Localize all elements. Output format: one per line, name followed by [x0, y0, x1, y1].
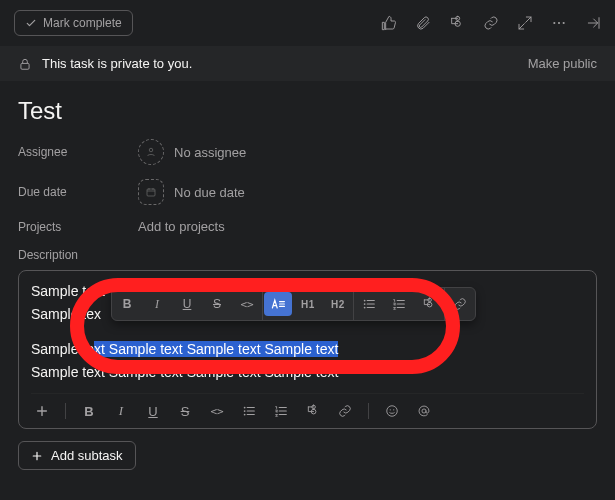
format-link-button[interactable]	[445, 287, 475, 321]
check-icon	[25, 17, 37, 29]
link-icon[interactable]	[483, 15, 499, 31]
svg-point-13	[390, 409, 391, 410]
description-editor[interactable]: Sample text Sample tex Sample text Sampl…	[18, 270, 597, 429]
bottom-mention-button[interactable]	[415, 402, 433, 420]
projects-label: Projects	[18, 220, 118, 234]
assignee-value[interactable]: No assignee	[138, 139, 246, 165]
topbar-actions	[381, 15, 601, 31]
task-top-toolbar: Mark complete	[0, 0, 615, 46]
svg-point-4	[149, 148, 153, 152]
expand-icon[interactable]	[517, 15, 533, 31]
close-panel-icon[interactable]	[585, 15, 601, 31]
bottom-underline-button[interactable]: U	[144, 402, 162, 420]
svg-point-1	[558, 22, 560, 24]
mark-complete-label: Mark complete	[43, 16, 122, 30]
description-bottom-toolbar: B I U S <>	[31, 393, 584, 422]
svg-point-10	[244, 410, 246, 412]
projects-row: Projects Add to projects	[18, 219, 597, 234]
add-subtask-button[interactable]: Add subtask	[18, 441, 136, 470]
floating-format-toolbar: B I U S <> H1 H2	[111, 287, 476, 321]
format-indent-button[interactable]	[414, 287, 444, 321]
svg-point-11	[244, 414, 246, 416]
task-title[interactable]: Test	[18, 97, 597, 125]
format-bold-button[interactable]: B	[112, 287, 142, 321]
svg-rect-5	[147, 189, 155, 196]
svg-point-9	[244, 407, 246, 409]
calendar-icon	[138, 179, 164, 205]
assignee-label: Assignee	[18, 145, 118, 159]
format-h1-button[interactable]: H1	[293, 287, 323, 321]
more-icon[interactable]	[551, 15, 567, 31]
toolbar-separator	[368, 403, 369, 419]
selected-text: xt Sample text Sample text Sample text	[94, 341, 338, 357]
assignee-text: No assignee	[174, 145, 246, 160]
person-icon	[138, 139, 164, 165]
bottom-link-button[interactable]	[336, 402, 354, 420]
format-paragraph-button[interactable]	[263, 287, 293, 321]
due-date-row: Due date No due date	[18, 179, 597, 205]
svg-point-12	[387, 406, 398, 417]
svg-point-6	[364, 300, 366, 302]
format-italic-button[interactable]: I	[142, 287, 172, 321]
svg-point-2	[563, 22, 565, 24]
desc-line-1: Sample text	[31, 283, 105, 299]
due-date-label: Due date	[18, 185, 118, 199]
subtask-icon[interactable]	[449, 15, 465, 31]
svg-point-0	[553, 22, 555, 24]
bottom-bold-button[interactable]: B	[80, 402, 98, 420]
format-number-list-button[interactable]	[384, 287, 414, 321]
add-to-projects-button[interactable]: Add to projects	[138, 219, 225, 234]
toolbar-separator	[65, 403, 66, 419]
format-h2-button[interactable]: H2	[323, 287, 353, 321]
insert-block-button[interactable]	[33, 402, 51, 420]
mark-complete-button[interactable]: Mark complete	[14, 10, 133, 36]
lock-icon	[18, 57, 32, 71]
bottom-code-button[interactable]: <>	[208, 402, 226, 420]
desc-line-4: Sample text Sample text Sample text Samp…	[31, 364, 338, 380]
svg-point-15	[422, 409, 426, 413]
task-content: Test Assignee No assignee Due date No du…	[0, 81, 615, 480]
like-icon[interactable]	[381, 15, 397, 31]
svg-rect-3	[21, 63, 29, 69]
desc-line-3a: Sample te	[31, 341, 94, 357]
due-date-value[interactable]: No due date	[138, 179, 245, 205]
format-strike-button[interactable]: S	[202, 287, 232, 321]
svg-point-7	[364, 303, 366, 305]
desc-line-2: Sample tex	[31, 306, 101, 322]
description-label: Description	[18, 248, 597, 262]
bottom-number-button[interactable]	[272, 402, 290, 420]
add-subtask-label: Add subtask	[51, 448, 123, 463]
bottom-italic-button[interactable]: I	[112, 402, 130, 420]
bottom-strike-button[interactable]: S	[176, 402, 194, 420]
make-public-button[interactable]: Make public	[528, 56, 597, 71]
privacy-banner: This task is private to you. Make public	[0, 46, 615, 81]
bottom-emoji-button[interactable]	[383, 402, 401, 420]
format-bullet-list-button[interactable]	[354, 287, 384, 321]
format-code-button[interactable]: <>	[232, 287, 262, 321]
format-underline-button[interactable]: U	[172, 287, 202, 321]
privacy-message: This task is private to you.	[42, 56, 192, 71]
attachment-icon[interactable]	[415, 15, 431, 31]
svg-point-14	[393, 409, 394, 410]
svg-point-8	[364, 307, 366, 309]
bottom-bullet-button[interactable]	[240, 402, 258, 420]
assignee-row: Assignee No assignee	[18, 139, 597, 165]
due-date-text: No due date	[174, 185, 245, 200]
bottom-indent-button[interactable]	[304, 402, 322, 420]
